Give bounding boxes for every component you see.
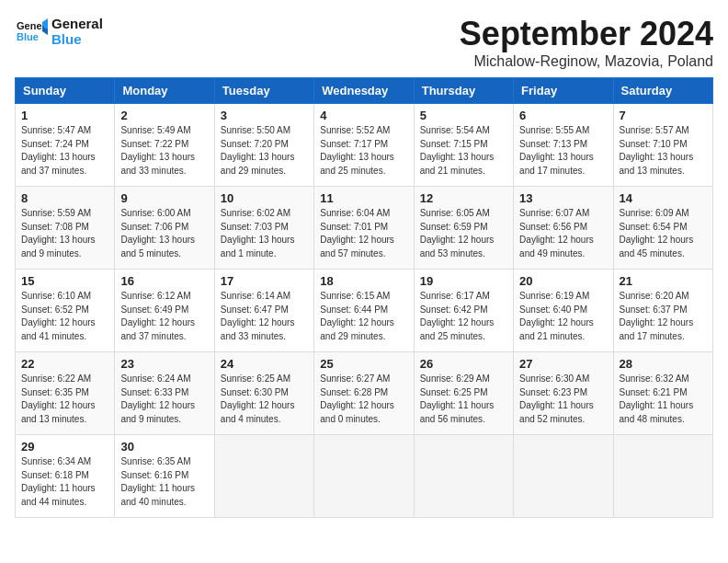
day-cell: 2Sunrise: 5:49 AM Sunset: 7:22 PM Daylig… [115,104,214,187]
day-cell: 19Sunrise: 6:17 AM Sunset: 6:42 PM Dayli… [414,270,513,352]
day-info: Sunrise: 5:49 AM Sunset: 7:22 PM Dayligh… [120,124,208,178]
weekday-header-saturday: Saturday [613,78,712,104]
day-info: Sunrise: 6:12 AM Sunset: 6:49 PM Dayligh… [120,290,208,343]
day-info: Sunrise: 6:09 AM Sunset: 6:54 PM Dayligh… [620,207,707,260]
day-info: Sunrise: 6:20 AM Sunset: 6:37 PM Dayligh… [620,290,707,343]
day-number: 23 [120,357,208,371]
day-number: 21 [620,274,707,288]
day-info: Sunrise: 6:30 AM Sunset: 6:23 PM Dayligh… [519,373,607,426]
day-number: 18 [320,274,407,288]
day-cell: 8Sunrise: 5:59 AM Sunset: 7:08 PM Daylig… [16,187,115,270]
day-number: 17 [221,274,308,288]
day-info: Sunrise: 5:55 AM Sunset: 7:13 PM Dayligh… [519,124,607,178]
day-number: 20 [519,274,607,288]
day-info: Sunrise: 6:14 AM Sunset: 6:47 PM Dayligh… [221,290,308,343]
day-number: 14 [620,191,707,205]
day-number: 26 [420,357,507,371]
day-info: Sunrise: 6:19 AM Sunset: 6:40 PM Dayligh… [519,290,607,343]
day-info: Sunrise: 6:15 AM Sunset: 6:44 PM Dayligh… [320,290,407,343]
day-info: Sunrise: 6:34 AM Sunset: 6:18 PM Dayligh… [21,455,108,509]
month-title: September 2024 [460,15,713,53]
day-info: Sunrise: 6:17 AM Sunset: 6:42 PM Dayligh… [420,290,507,343]
day-info: Sunrise: 6:07 AM Sunset: 6:56 PM Dayligh… [519,207,607,260]
day-number: 24 [221,357,308,371]
day-number: 29 [21,440,108,454]
day-number: 16 [120,274,208,288]
day-info: Sunrise: 5:47 AM Sunset: 7:24 PM Dayligh… [21,124,108,178]
weekday-header-row: SundayMondayTuesdayWednesdayThursdayFrid… [16,78,713,104]
day-number: 1 [21,109,108,122]
weekday-header-thursday: Thursday [414,78,513,104]
day-cell: 6Sunrise: 5:55 AM Sunset: 7:13 PM Daylig… [514,104,613,187]
day-cell [613,435,712,518]
day-cell: 5Sunrise: 5:54 AM Sunset: 7:15 PM Daylig… [414,104,513,187]
day-info: Sunrise: 5:50 AM Sunset: 7:20 PM Dayligh… [221,124,308,178]
day-cell: 30Sunrise: 6:35 AM Sunset: 6:16 PM Dayli… [115,435,214,518]
day-number: 19 [420,274,507,288]
day-info: Sunrise: 6:04 AM Sunset: 7:01 PM Dayligh… [320,207,407,260]
day-cell: 27Sunrise: 6:30 AM Sunset: 6:23 PM Dayli… [514,352,613,435]
day-number: 25 [320,357,407,371]
day-number: 11 [320,191,407,205]
day-info: Sunrise: 6:22 AM Sunset: 6:35 PM Dayligh… [21,373,108,426]
day-number: 10 [221,191,308,205]
week-row-1: 1Sunrise: 5:47 AM Sunset: 7:24 PM Daylig… [16,104,713,187]
day-cell: 11Sunrise: 6:04 AM Sunset: 7:01 PM Dayli… [314,187,414,270]
day-cell: 10Sunrise: 6:02 AM Sunset: 7:03 PM Dayli… [214,187,313,270]
day-number: 5 [420,109,507,122]
day-info: Sunrise: 6:02 AM Sunset: 7:03 PM Dayligh… [221,207,308,260]
logo-text: General Blue [51,16,103,48]
week-row-5: 29Sunrise: 6:34 AM Sunset: 6:18 PM Dayli… [16,435,713,518]
day-info: Sunrise: 6:32 AM Sunset: 6:21 PM Dayligh… [620,373,707,426]
day-number: 27 [519,357,607,371]
day-cell [414,435,513,518]
weekday-header-sunday: Sunday [16,78,115,104]
day-cell: 16Sunrise: 6:12 AM Sunset: 6:49 PM Dayli… [115,270,214,352]
day-cell [314,435,414,518]
weekday-header-monday: Monday [115,78,214,104]
day-number: 2 [120,109,208,122]
svg-text:Blue: Blue [17,31,39,42]
day-cell: 15Sunrise: 6:10 AM Sunset: 6:52 PM Dayli… [16,270,115,352]
day-number: 9 [120,191,208,205]
day-cell: 26Sunrise: 6:29 AM Sunset: 6:25 PM Dayli… [414,352,513,435]
day-cell [214,435,313,518]
day-cell: 21Sunrise: 6:20 AM Sunset: 6:37 PM Dayli… [613,270,712,352]
day-cell: 25Sunrise: 6:27 AM Sunset: 6:28 PM Dayli… [314,352,414,435]
day-cell: 24Sunrise: 6:25 AM Sunset: 6:30 PM Dayli… [214,352,313,435]
day-number: 6 [519,109,607,122]
day-number: 8 [21,191,108,205]
day-cell: 17Sunrise: 6:14 AM Sunset: 6:47 PM Dayli… [214,270,313,352]
day-number: 22 [21,357,108,371]
day-info: Sunrise: 6:10 AM Sunset: 6:52 PM Dayligh… [21,290,108,343]
page-header: General Blue General Blue September 2024… [15,15,713,70]
day-cell: 13Sunrise: 6:07 AM Sunset: 6:56 PM Dayli… [514,187,613,270]
day-cell: 23Sunrise: 6:24 AM Sunset: 6:33 PM Dayli… [115,352,214,435]
day-cell: 12Sunrise: 6:05 AM Sunset: 6:59 PM Dayli… [414,187,513,270]
day-cell: 20Sunrise: 6:19 AM Sunset: 6:40 PM Dayli… [514,270,613,352]
day-number: 3 [221,109,308,122]
day-cell: 1Sunrise: 5:47 AM Sunset: 7:24 PM Daylig… [16,104,115,187]
day-info: Sunrise: 6:29 AM Sunset: 6:25 PM Dayligh… [420,373,507,426]
logo-icon: General Blue [15,15,48,48]
day-number: 15 [21,274,108,288]
week-row-3: 15Sunrise: 6:10 AM Sunset: 6:52 PM Dayli… [16,270,713,352]
weekday-header-wednesday: Wednesday [314,78,414,104]
day-cell: 28Sunrise: 6:32 AM Sunset: 6:21 PM Dayli… [613,352,712,435]
day-cell: 14Sunrise: 6:09 AM Sunset: 6:54 PM Dayli… [613,187,712,270]
day-info: Sunrise: 6:05 AM Sunset: 6:59 PM Dayligh… [420,207,507,260]
weekday-header-tuesday: Tuesday [214,78,313,104]
day-info: Sunrise: 6:25 AM Sunset: 6:30 PM Dayligh… [221,373,308,426]
day-number: 28 [620,357,707,371]
day-cell: 22Sunrise: 6:22 AM Sunset: 6:35 PM Dayli… [16,352,115,435]
day-info: Sunrise: 6:24 AM Sunset: 6:33 PM Dayligh… [120,373,208,426]
day-number: 4 [320,109,407,122]
day-info: Sunrise: 6:35 AM Sunset: 6:16 PM Dayligh… [120,455,208,509]
day-cell: 7Sunrise: 5:57 AM Sunset: 7:10 PM Daylig… [613,104,712,187]
day-cell: 3Sunrise: 5:50 AM Sunset: 7:20 PM Daylig… [214,104,313,187]
title-area: September 2024 Michalow-Reginow, Mazovia… [460,15,713,70]
day-number: 7 [620,109,707,122]
calendar-table: SundayMondayTuesdayWednesdayThursdayFrid… [15,77,713,518]
week-row-2: 8Sunrise: 5:59 AM Sunset: 7:08 PM Daylig… [16,187,713,270]
logo: General Blue General Blue [15,15,103,48]
